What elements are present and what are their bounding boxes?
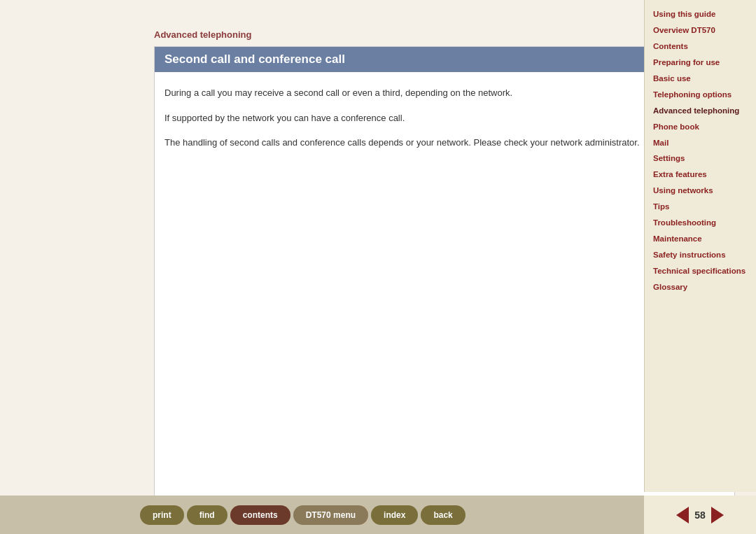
breadcrumb-text: Advanced telephoning <box>154 29 251 40</box>
sidebar-item-advanced-telephoning[interactable]: Advanced telephoning <box>653 104 748 118</box>
content-title: Second call and conference call <box>164 52 724 66</box>
main-container: Advanced telephoning Second call and con… <box>0 0 756 534</box>
toolbar: printfindcontentsDT570 menuindexback <box>0 496 644 534</box>
sidebar-item-troubleshooting[interactable]: Troubleshooting <box>653 216 748 230</box>
sidebar-item-basic-use[interactable]: Basic use <box>653 71 748 86</box>
next-arrow-icon <box>711 507 724 524</box>
sidebar-item-overview-dt570[interactable]: Overview DT570 <box>653 23 748 38</box>
content-area: Advanced telephoning Second call and con… <box>0 14 756 534</box>
index-button[interactable]: index <box>371 505 418 525</box>
paragraph-1: During a call you may receive a second c… <box>164 86 724 100</box>
find-button[interactable]: find <box>187 505 227 525</box>
sidebar-item-phone-book[interactable]: Phone book <box>653 120 748 134</box>
sidebar-item-tips[interactable]: Tips <box>653 199 748 214</box>
toolbar-buttons: printfindcontentsDT570 menuindexback <box>140 505 465 525</box>
sidebar-item-telephoning-options[interactable]: Telephoning options <box>653 87 748 102</box>
pagination-nav: 58 <box>644 496 756 534</box>
sidebar-item-technical-specifications[interactable]: Technical specifications <box>653 264 748 279</box>
sidebar-item-using-networks[interactable]: Using networks <box>653 183 748 198</box>
prev-arrow-icon <box>676 507 689 524</box>
sidebar-item-glossary[interactable]: Glossary <box>653 280 748 295</box>
print-button[interactable]: print <box>140 505 184 525</box>
prev-page-button[interactable] <box>676 507 689 524</box>
back-button[interactable]: back <box>421 505 465 525</box>
sidebar-item-contents[interactable]: Contents <box>653 39 748 54</box>
sidebar-item-settings[interactable]: Settings <box>653 151 748 166</box>
sidebar-item-extra-features[interactable]: Extra features <box>653 167 748 182</box>
sidebar-item-safety-instructions[interactable]: Safety instructions <box>653 248 748 262</box>
sidebar-item-preparing-for-use[interactable]: Preparing for use <box>653 55 748 70</box>
sidebar-item-using-this-guide[interactable]: Using this guide <box>653 7 748 22</box>
sidebar-item-mail[interactable]: Mail <box>653 136 748 150</box>
contents-button[interactable]: contents <box>230 505 290 525</box>
sidebar: Using this guideOverview DT570ContentsPr… <box>644 0 756 492</box>
paragraph-2: If supported by the network you can have… <box>164 111 724 125</box>
dt570-menu-button[interactable]: DT570 menu <box>293 505 368 525</box>
page-number: 58 <box>694 510 706 521</box>
next-page-button[interactable] <box>711 507 724 524</box>
sidebar-item-maintenance[interactable]: Maintenance <box>653 232 748 246</box>
paragraph-3: The handling of second calls and confere… <box>164 136 724 150</box>
